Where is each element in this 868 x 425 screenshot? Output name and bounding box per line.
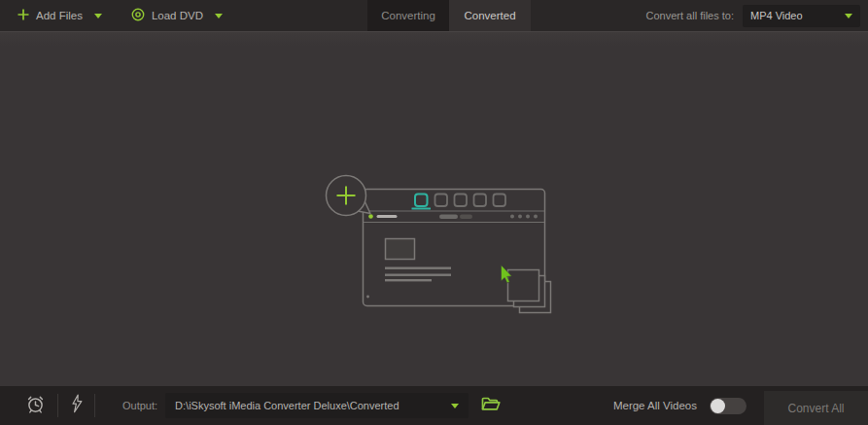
- alarm-clock-icon: [25, 394, 46, 418]
- load-dvd-button[interactable]: Load DVD: [131, 8, 203, 23]
- high-speed-button[interactable]: [70, 394, 83, 417]
- add-files-button[interactable]: Add Files: [17, 9, 83, 22]
- convert-all-button[interactable]: Convert All: [764, 391, 868, 425]
- toolbar-left-group: Add Files Load DVD: [17, 0, 223, 31]
- window-with-add-cursor-illustration: [321, 129, 598, 329]
- load-dvd-caret-down-icon[interactable]: [215, 14, 223, 18]
- disc-icon: [131, 8, 145, 23]
- bottom-bar: Output: D:\iSkysoft iMedia Converter Del…: [0, 386, 868, 425]
- merge-all-videos-label: Merge All Videos: [613, 400, 697, 411]
- app-window: Add Files Load DVD Converting Converted …: [0, 0, 868, 425]
- format-caret-down-icon: [845, 14, 852, 18]
- convert-all-files-to-label: Convert all files to:: [646, 10, 734, 21]
- tab-converted[interactable]: Converted: [449, 0, 531, 31]
- open-folder-icon: [481, 397, 501, 415]
- footer-right-group: Merge All Videos Convert All: [613, 386, 868, 425]
- output-format-value: MP4 Video: [750, 10, 803, 21]
- output-format-select[interactable]: MP4 Video: [743, 5, 860, 27]
- footer-divider: [94, 394, 95, 417]
- footer-left-group: Output: D:\iSkysoft iMedia Converter Del…: [0, 393, 501, 418]
- schedule-button[interactable]: [25, 394, 46, 418]
- output-path-value: D:\iSkysoft iMedia Converter Deluxe\Conv…: [175, 400, 399, 411]
- toolbar-right-group: Convert all files to: MP4 Video: [646, 0, 860, 31]
- empty-state-illustration: [321, 129, 598, 333]
- output-caret-down-icon: [451, 404, 459, 408]
- lightning-icon: [70, 394, 83, 417]
- merge-toggle[interactable]: [710, 398, 746, 414]
- output-label: Output:: [122, 400, 157, 411]
- plus-icon: [17, 9, 29, 22]
- top-toolbar: Add Files Load DVD Converting Converted …: [0, 0, 868, 31]
- footer-divider: [57, 394, 58, 417]
- add-files-label: Add Files: [36, 10, 83, 21]
- load-dvd-label: Load DVD: [152, 10, 203, 21]
- open-output-folder-button[interactable]: [481, 397, 501, 415]
- output-path-select[interactable]: D:\iSkysoft iMedia Converter Deluxe\Conv…: [165, 393, 469, 418]
- tab-converting[interactable]: Converting: [367, 0, 449, 31]
- add-files-caret-down-icon[interactable]: [94, 14, 102, 18]
- toggle-knob: [711, 399, 725, 413]
- queue-tabs: Converting Converted: [367, 0, 531, 31]
- drop-zone[interactable]: [0, 31, 868, 386]
